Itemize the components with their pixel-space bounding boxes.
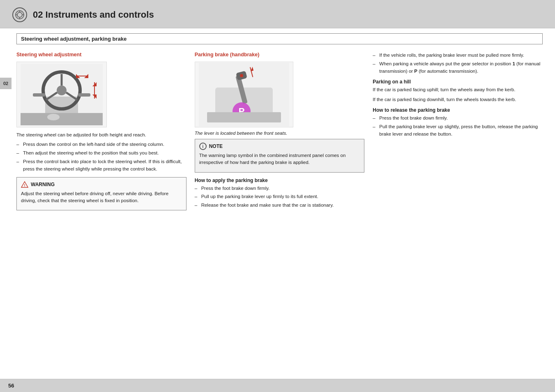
col-parking: Parking brake (handbrake) <box>195 52 365 212</box>
steering-body-text: The steering wheel can be adjusted for b… <box>16 131 187 138</box>
parking-heading: Parking brake (handbrake) <box>195 52 365 58</box>
warning-text: Adjust the steering wheel before driving… <box>21 190 182 205</box>
bullet2-suffix: (for automatic transmission). <box>417 69 478 74</box>
steering-bullet-2: Then adjust the steering wheel to the po… <box>16 150 187 157</box>
warning-label: WARNING <box>31 182 55 187</box>
warning-box: ! WARNING Adjust the steering wheel befo… <box>16 177 187 211</box>
note-info-icon: i <box>199 143 207 150</box>
apply-brake-bullets: Press the foot brake down firmly. Pull u… <box>195 185 365 209</box>
page-container: 02 Instruments and controls 02 Steering … <box>0 0 555 392</box>
content-area: Steering wheel adjustment, parking brake… <box>12 28 547 217</box>
page-number: 56 <box>8 383 14 389</box>
extra-bullet-1: If the vehicle rolls, the parking brake … <box>373 52 543 59</box>
side-tab: 02 <box>0 78 12 89</box>
header-bar: 02 Instruments and controls <box>0 0 555 28</box>
extra-bullet-2: When parking a vehicle always put the ge… <box>373 60 543 75</box>
col-additional: If the vehicle rolls, the parking brake … <box>373 52 543 212</box>
svg-rect-13 <box>33 93 45 97</box>
parking-hill-text2: If the car is parked facing downhill, tu… <box>373 96 543 103</box>
note-header: i NOTE <box>199 143 360 150</box>
svg-rect-29 <box>207 112 281 122</box>
svg-point-9 <box>57 85 67 95</box>
apply-bullet-2: Pull up the parking brake lever up firml… <box>195 193 365 201</box>
svg-rect-14 <box>78 93 90 97</box>
release-brake-bullets: Press the foot brake down firmly. Pull t… <box>373 115 543 138</box>
release-bullet-2: Pull the parking brake lever up slightly… <box>373 123 543 138</box>
page-title: 02 Instruments and controls <box>33 9 154 20</box>
apply-bullet-1: Press the foot brake down firmly. <box>195 185 365 192</box>
section-title: Steering wheel adjustment, parking brake <box>16 33 543 44</box>
steering-bullet-1: Press down the control on the left-hand … <box>16 141 187 148</box>
svg-text:!: ! <box>24 183 25 187</box>
lever-caption: The lever is located between the front s… <box>195 131 365 136</box>
svg-rect-17 <box>21 113 103 125</box>
parking-image: P <box>195 62 293 127</box>
chapter-icon <box>12 7 27 22</box>
release-brake-heading: How to release the parking brake <box>373 107 543 113</box>
apply-brake-heading: How to apply the parking brake <box>195 178 365 183</box>
note-text: The warning lamp symbol in the combined … <box>199 152 360 166</box>
page-footer: 56 <box>0 379 555 392</box>
svg-point-1 <box>17 12 22 17</box>
steering-bullet-list: Press down the control on the left-hand … <box>16 141 187 173</box>
svg-point-18 <box>47 114 60 120</box>
bullet2-prefix: When parking a vehicle always put the ge… <box>379 61 512 66</box>
release-bullet-1: Press the foot brake down firmly. <box>373 115 543 122</box>
bullet2-bold2: P <box>414 69 417 74</box>
col-steering: Steering wheel adjustment <box>16 52 187 212</box>
steering-heading: Steering wheel adjustment <box>16 52 187 58</box>
warning-header: ! WARNING <box>21 181 182 188</box>
apply-bullet-3: Release the foot brake and make sure tha… <box>195 202 365 209</box>
main-content: 02 Steering wheel adjustment, parking br… <box>0 28 555 379</box>
extra-bullets: If the vehicle rolls, the parking brake … <box>373 52 543 75</box>
parking-hill-heading: Parking on a hill <box>373 79 543 85</box>
steering-image <box>16 62 107 127</box>
note-label: NOTE <box>209 143 223 149</box>
warning-triangle-icon: ! <box>21 181 28 188</box>
three-column-layout: Steering wheel adjustment <box>16 52 543 212</box>
note-box: i NOTE The warning lamp symbol in the co… <box>195 139 365 173</box>
steering-bullet-3: Press the control back into place to loc… <box>16 158 187 173</box>
parking-hill-text1: If the car is parked facing uphill; turn… <box>373 86 543 93</box>
